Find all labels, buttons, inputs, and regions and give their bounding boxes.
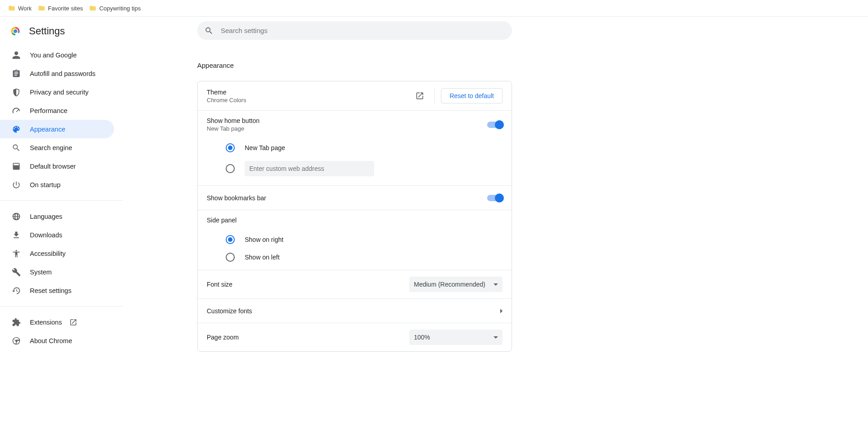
- theme-row: Theme Chrome Colors Reset to default: [198, 81, 512, 110]
- palette-icon: [12, 125, 21, 134]
- page-title: Settings: [29, 25, 65, 37]
- restore-icon: [12, 286, 21, 295]
- sidebar-item-performance[interactable]: Performance: [0, 101, 114, 120]
- sidebar-item-languages[interactable]: Languages: [0, 207, 114, 226]
- home-button-toggle[interactable]: [487, 122, 503, 128]
- divider: [434, 88, 435, 104]
- assignment-icon: [12, 69, 21, 78]
- settings-header: Settings: [0, 22, 123, 46]
- sidebar-item-autofill[interactable]: Autofill and passwords: [0, 64, 114, 83]
- accessibility-icon: [12, 249, 21, 258]
- folder-icon: [38, 5, 45, 12]
- section-title: Appearance: [197, 61, 512, 69]
- bookmark-folder[interactable]: Favorite sites: [38, 5, 83, 12]
- build-icon: [12, 268, 21, 277]
- search-icon: [12, 143, 21, 152]
- sidebar-item-label: System: [30, 269, 52, 276]
- open-theme-button[interactable]: [412, 88, 428, 104]
- radio-label: New Tab page: [245, 144, 285, 151]
- page-zoom-select[interactable]: 100%: [409, 330, 503, 345]
- bookmarks-bar-toggle[interactable]: [487, 195, 503, 201]
- radio-label: Show on left: [245, 254, 280, 261]
- radio-label: Show on right: [245, 236, 284, 243]
- chrome-icon: [12, 336, 21, 345]
- home-custom-option[interactable]: [198, 157, 512, 185]
- bookmark-label: Favorite sites: [48, 5, 83, 12]
- side-panel-left-option[interactable]: Show on left: [198, 249, 512, 270]
- sidebar-item-label: Autofill and passwords: [30, 70, 95, 77]
- sidebar-item-downloads[interactable]: Downloads: [0, 226, 114, 244]
- select-value: 100%: [414, 334, 430, 341]
- home-newtab-option[interactable]: New Tab page: [198, 138, 512, 157]
- customize-fonts-row[interactable]: Customize fonts: [198, 298, 512, 323]
- sidebar-item-on-startup[interactable]: On startup: [0, 175, 114, 194]
- browser-icon: [12, 162, 21, 171]
- settings-sidebar: Settings You and Google Autofill and pas…: [0, 17, 123, 429]
- sidebar-item-label: Search engine: [30, 144, 72, 151]
- bookmarks-bar: Work Favorite sites Copywriting tips: [0, 0, 868, 17]
- sidebar-item-label: Languages: [30, 213, 62, 220]
- chevron-right-icon: [500, 309, 503, 313]
- download-icon: [12, 231, 21, 240]
- reset-to-default-button[interactable]: Reset to default: [441, 88, 503, 104]
- bookmarks-bar-row: Show bookmarks bar: [198, 185, 512, 210]
- theme-sub: Chrome Colors: [207, 97, 412, 104]
- chevron-down-icon: [493, 336, 498, 339]
- sidebar-item-you-and-google[interactable]: You and Google: [0, 46, 114, 64]
- page-zoom-label: Page zoom: [207, 334, 409, 341]
- bookmark-label: Copywriting tips: [99, 5, 141, 12]
- appearance-card: Theme Chrome Colors Reset to default Sho…: [197, 81, 512, 352]
- font-size-row: Font size Medium (Recommended): [198, 270, 512, 298]
- sidebar-item-label: Appearance: [30, 126, 65, 133]
- home-button-row: Show home button New Tab page: [198, 110, 512, 138]
- sidebar-item-label: On startup: [30, 181, 61, 189]
- sidebar-item-accessibility[interactable]: Accessibility: [0, 244, 114, 263]
- sidebar-item-extensions[interactable]: Extensions: [0, 313, 114, 331]
- speed-icon: [12, 106, 21, 115]
- side-panel-right-option[interactable]: Show on right: [198, 230, 512, 249]
- side-panel-label: Side panel: [207, 217, 237, 224]
- side-panel-row: Side panel: [198, 210, 512, 230]
- sidebar-item-label: Extensions: [30, 319, 62, 326]
- search-input[interactable]: [221, 27, 505, 34]
- bookmark-folder[interactable]: Work: [8, 5, 32, 12]
- sidebar-item-label: About Chrome: [30, 337, 72, 344]
- sidebar-item-label: Downloads: [30, 231, 62, 239]
- radio-icon[interactable]: [226, 164, 235, 173]
- sidebar-item-label: Privacy and security: [30, 89, 89, 96]
- sidebar-item-label: Accessibility: [30, 250, 66, 257]
- sidebar-item-label: You and Google: [30, 52, 76, 59]
- extension-icon: [12, 318, 21, 327]
- chevron-down-icon: [493, 283, 498, 286]
- svg-point-1: [14, 29, 17, 33]
- bookmarks-bar-label: Show bookmarks bar: [207, 194, 487, 202]
- power-icon: [12, 180, 21, 189]
- sidebar-item-search-engine[interactable]: Search engine: [0, 138, 114, 157]
- sidebar-item-about-chrome[interactable]: About Chrome: [0, 331, 114, 350]
- page-zoom-row: Page zoom 100%: [198, 323, 512, 351]
- customize-fonts-label: Customize fonts: [207, 307, 500, 315]
- radio-icon[interactable]: [226, 143, 235, 152]
- bookmark-folder[interactable]: Copywriting tips: [89, 5, 141, 12]
- radio-icon[interactable]: [226, 235, 235, 244]
- search-bar[interactable]: [197, 21, 512, 40]
- sidebar-item-system[interactable]: System: [0, 263, 114, 281]
- shield-icon: [12, 88, 21, 97]
- folder-icon: [8, 5, 15, 12]
- sidebar-item-label: Reset settings: [30, 287, 71, 294]
- font-size-label: Font size: [207, 281, 409, 288]
- search-icon: [204, 26, 213, 35]
- home-button-label: Show home button: [207, 117, 487, 124]
- custom-address-input[interactable]: [245, 161, 374, 176]
- folder-icon: [89, 5, 96, 12]
- open-in-new-icon: [69, 318, 77, 326]
- settings-content: Appearance Theme Chrome Colors Reset to …: [123, 17, 868, 429]
- sidebar-item-reset[interactable]: Reset settings: [0, 281, 114, 300]
- font-size-select[interactable]: Medium (Recommended): [409, 277, 503, 292]
- sidebar-item-default-browser[interactable]: Default browser: [0, 157, 114, 175]
- radio-icon[interactable]: [226, 253, 235, 262]
- theme-label: Theme: [207, 89, 412, 96]
- sidebar-item-appearance[interactable]: Appearance: [0, 120, 114, 138]
- sidebar-item-privacy[interactable]: Privacy and security: [0, 83, 114, 101]
- bookmark-label: Work: [18, 5, 32, 12]
